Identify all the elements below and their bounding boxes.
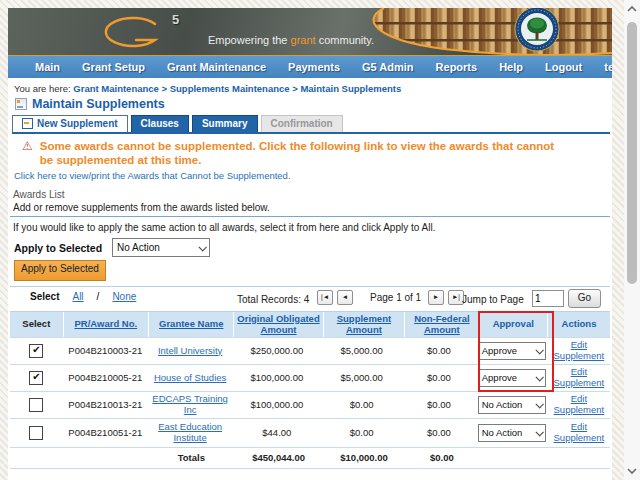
nav-item-g5-admin[interactable]: G5 Admin xyxy=(351,61,425,73)
grantee-link[interactable]: East Education Institute xyxy=(151,422,229,444)
grantee-link[interactable]: Intell University xyxy=(158,346,222,357)
approval-value: No Action xyxy=(482,400,523,411)
breadcrumb-link-maintain-supplements[interactable]: Maintain Supplements xyxy=(300,83,401,94)
row-checkbox[interactable]: ✔ xyxy=(29,344,43,358)
go-button[interactable]: Go xyxy=(568,289,601,308)
original-obligated-amount: $100,000.00 xyxy=(233,372,322,385)
column-header-actions: Actions xyxy=(548,312,610,337)
award-number: P004B210003-21 xyxy=(63,345,148,358)
column-header-original-obligated-amount[interactable]: Original Obligated Amount xyxy=(234,312,323,337)
total-records: Total Records: 4 xyxy=(237,294,309,305)
awards-table: Select PR/Award No. Grantee Name Origina… xyxy=(10,311,610,469)
column-header-grantee-name[interactable]: Grantee Name xyxy=(149,312,234,337)
edit-supplement-link[interactable]: Edit Supplement xyxy=(550,340,608,362)
page-title: Maintain Supplements xyxy=(32,97,165,111)
approval-select[interactable]: No Action xyxy=(478,396,546,414)
table-row: ✔ P004B210003-21 Intell University $250,… xyxy=(10,337,610,364)
app-banner: 5 Empowering the grant community. xyxy=(8,8,612,56)
award-number: P004B210013-21 xyxy=(63,399,148,412)
column-header-pr-award-no[interactable]: PR/Award No. xyxy=(64,312,149,337)
vertical-scrollbar[interactable] xyxy=(624,0,640,480)
approval-select[interactable]: Approve xyxy=(478,342,546,360)
breadcrumb-prefix: You are here: xyxy=(14,83,71,94)
nav-item-reports[interactable]: Reports xyxy=(425,61,489,73)
nav-item-payments[interactable]: Payments xyxy=(277,61,351,73)
jump-to-page-input[interactable] xyxy=(532,290,564,307)
breadcrumb-link-grant-maintenance[interactable]: Grant Maintenance xyxy=(73,83,159,94)
awards-list-description: Add or remove supplements from the award… xyxy=(13,202,610,212)
column-header-supplement-amount[interactable]: Supplement Amount xyxy=(324,312,406,337)
chevron-down-icon xyxy=(535,346,543,354)
non-federal-amount: $0.00 xyxy=(402,427,476,440)
apply-action-select[interactable]: No Action xyxy=(112,238,210,257)
totals-row: Totals $450,044.00 $10,000.00 $0.00 xyxy=(10,447,610,469)
nav-item-help[interactable]: Help xyxy=(488,61,534,73)
original-obligated-amount: $250,000.00 xyxy=(233,345,322,358)
nav-item-grant-setup[interactable]: Grant Setup xyxy=(71,61,156,73)
nav-item-main[interactable]: Main xyxy=(24,61,71,73)
divider xyxy=(10,216,610,217)
table-header-row: Select PR/Award No. Grantee Name Origina… xyxy=(10,311,610,337)
grantee-link[interactable]: EDCAPS Training Inc xyxy=(151,394,229,416)
non-federal-amount: $0.00 xyxy=(402,399,476,412)
page-indicator: Page 1 of 1 xyxy=(370,292,421,303)
approval-value: Approve xyxy=(482,373,517,384)
tab-clauses[interactable]: Clauses xyxy=(131,115,189,132)
apply-action-value: No Action xyxy=(117,242,160,253)
breadcrumb: You are here: Grant Maintenance > Supple… xyxy=(14,83,610,94)
approval-value: Approve xyxy=(482,346,517,357)
approval-select[interactable]: Approve xyxy=(478,369,546,387)
select-all-link[interactable]: All xyxy=(72,291,83,302)
library-photo-swoosh xyxy=(354,8,612,55)
edit-supplement-link[interactable]: Edit Supplement xyxy=(550,422,608,444)
apply-to-selected-button[interactable]: Apply to Selected xyxy=(14,260,106,281)
award-number: P004B210005-21 xyxy=(63,372,148,385)
warning-icon: ⚠ xyxy=(22,139,33,167)
breadcrumb-link-supplements-maintenance[interactable]: Supplements Maintenance xyxy=(170,83,290,94)
logo-tagline: Empowering the grant community. xyxy=(208,34,374,46)
edit-supplement-link[interactable]: Edit Supplement xyxy=(550,367,608,389)
select-label: Select xyxy=(30,291,59,302)
scrollbar-thumb[interactable] xyxy=(627,22,637,284)
supplement-amount: $0.00 xyxy=(321,427,402,440)
chevron-down-icon xyxy=(535,428,543,436)
supplement-amount: $5,000.00 xyxy=(321,345,402,358)
view-print-awards-link[interactable]: Click here to view/print the Awards that… xyxy=(14,170,610,181)
tab-summary[interactable]: Summary xyxy=(192,115,258,132)
row-checkbox[interactable] xyxy=(29,398,43,412)
pager-prev-button[interactable]: ◄ xyxy=(337,290,353,305)
breadcrumb-separator: > xyxy=(292,83,298,94)
chevron-down-icon xyxy=(535,373,543,381)
pager-first-button[interactable]: |◄ xyxy=(317,290,333,305)
tagline-highlight: grant xyxy=(291,34,316,46)
totals-original-obligated: $450,044.00 xyxy=(234,452,323,465)
row-checkbox[interactable] xyxy=(29,426,43,440)
tab-new-supplement[interactable]: New Supplement xyxy=(12,115,128,132)
approval-value: No Action xyxy=(482,428,523,439)
table-row: ✔ P004B210005-21 House of Studies $100,0… xyxy=(10,364,610,391)
scroll-down-icon[interactable] xyxy=(626,467,638,475)
supplement-amount: $5,000.00 xyxy=(321,372,402,385)
application-window: 5 Empowering the grant community. xyxy=(8,8,612,480)
grantee-link[interactable]: House of Studies xyxy=(154,373,226,384)
original-obligated-amount: $100,000.00 xyxy=(233,399,322,412)
department-of-education-seal xyxy=(515,8,559,51)
award-number: P004B210051-21 xyxy=(63,427,148,440)
awards-list-label: Awards List xyxy=(13,189,610,199)
warning-text: Some awards cannot be supplemented. Clic… xyxy=(40,139,562,167)
edit-supplement-link[interactable]: Edit Supplement xyxy=(550,394,608,416)
select-none-link[interactable]: None xyxy=(112,291,136,302)
nav-item-grant-maintenance[interactable]: Grant Maintenance xyxy=(156,61,277,73)
chevron-down-icon xyxy=(199,243,207,251)
approval-select[interactable]: No Action xyxy=(478,424,546,442)
column-header-non-federal-amount[interactable]: Non-Federal Amount xyxy=(405,312,479,337)
g5-logo xyxy=(94,14,164,52)
jump-to-page-label: Jump to Page xyxy=(462,294,524,305)
row-checkbox[interactable]: ✔ xyxy=(29,371,43,385)
pager-next-button[interactable]: ► xyxy=(428,290,444,305)
nav-item-test1[interactable]: test1 xyxy=(593,61,612,73)
scroll-up-icon[interactable] xyxy=(626,5,638,13)
apply-to-selected-label: Apply to Selected xyxy=(14,242,102,254)
non-federal-amount: $0.00 xyxy=(402,372,476,385)
nav-item-logout[interactable]: Logout xyxy=(534,61,593,73)
